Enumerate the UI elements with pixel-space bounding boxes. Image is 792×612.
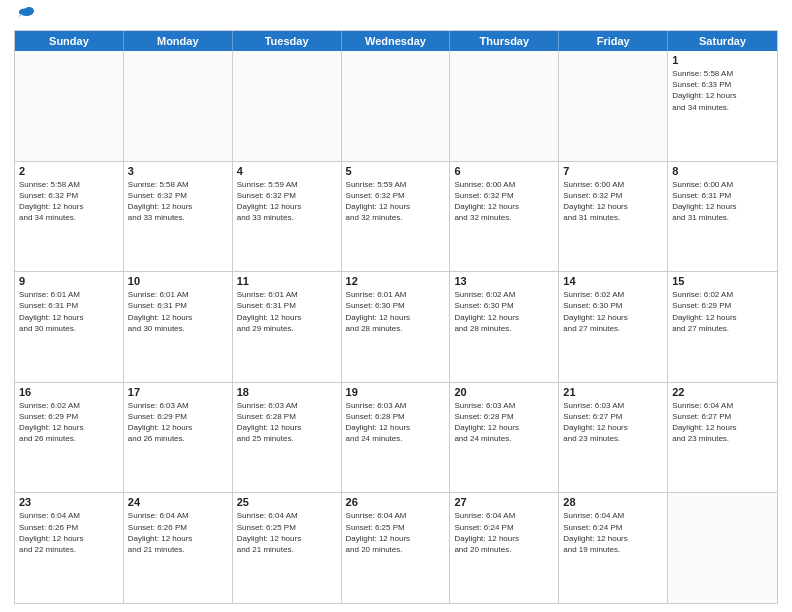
calendar-cell: 19Sunrise: 6:03 AM Sunset: 6:28 PM Dayli… <box>342 383 451 493</box>
day-number: 13 <box>454 275 554 287</box>
day-info: Sunrise: 6:04 AM Sunset: 6:25 PM Dayligh… <box>237 510 337 555</box>
header-day-wednesday: Wednesday <box>342 31 451 51</box>
day-info: Sunrise: 6:04 AM Sunset: 6:26 PM Dayligh… <box>19 510 119 555</box>
calendar-cell: 1Sunrise: 5:58 AM Sunset: 6:33 PM Daylig… <box>668 51 777 161</box>
calendar-cell: 20Sunrise: 6:03 AM Sunset: 6:28 PM Dayli… <box>450 383 559 493</box>
calendar-cell: 4Sunrise: 5:59 AM Sunset: 6:32 PM Daylig… <box>233 162 342 272</box>
calendar-header: SundayMondayTuesdayWednesdayThursdayFrid… <box>15 31 777 51</box>
day-number: 14 <box>563 275 663 287</box>
header-day-thursday: Thursday <box>450 31 559 51</box>
day-info: Sunrise: 6:03 AM Sunset: 6:29 PM Dayligh… <box>128 400 228 445</box>
logo <box>14 10 36 24</box>
day-number: 5 <box>346 165 446 177</box>
day-info: Sunrise: 5:58 AM Sunset: 6:33 PM Dayligh… <box>672 68 773 113</box>
calendar-cell: 24Sunrise: 6:04 AM Sunset: 6:26 PM Dayli… <box>124 493 233 603</box>
day-info: Sunrise: 6:01 AM Sunset: 6:30 PM Dayligh… <box>346 289 446 334</box>
day-info: Sunrise: 6:02 AM Sunset: 6:30 PM Dayligh… <box>563 289 663 334</box>
day-number: 2 <box>19 165 119 177</box>
day-info: Sunrise: 6:00 AM Sunset: 6:32 PM Dayligh… <box>563 179 663 224</box>
calendar-cell: 5Sunrise: 5:59 AM Sunset: 6:32 PM Daylig… <box>342 162 451 272</box>
day-number: 15 <box>672 275 773 287</box>
calendar-cell <box>124 51 233 161</box>
day-number: 7 <box>563 165 663 177</box>
calendar-row: 16Sunrise: 6:02 AM Sunset: 6:29 PM Dayli… <box>15 383 777 494</box>
calendar-cell <box>668 493 777 603</box>
calendar-cell: 25Sunrise: 6:04 AM Sunset: 6:25 PM Dayli… <box>233 493 342 603</box>
calendar-cell <box>233 51 342 161</box>
day-info: Sunrise: 6:01 AM Sunset: 6:31 PM Dayligh… <box>237 289 337 334</box>
calendar-cell: 8Sunrise: 6:00 AM Sunset: 6:31 PM Daylig… <box>668 162 777 272</box>
calendar-cell: 22Sunrise: 6:04 AM Sunset: 6:27 PM Dayli… <box>668 383 777 493</box>
calendar-cell: 13Sunrise: 6:02 AM Sunset: 6:30 PM Dayli… <box>450 272 559 382</box>
calendar-cell <box>559 51 668 161</box>
day-number: 6 <box>454 165 554 177</box>
day-info: Sunrise: 5:59 AM Sunset: 6:32 PM Dayligh… <box>346 179 446 224</box>
day-info: Sunrise: 6:04 AM Sunset: 6:25 PM Dayligh… <box>346 510 446 555</box>
day-number: 11 <box>237 275 337 287</box>
calendar-cell: 21Sunrise: 6:03 AM Sunset: 6:27 PM Dayli… <box>559 383 668 493</box>
calendar-cell: 26Sunrise: 6:04 AM Sunset: 6:25 PM Dayli… <box>342 493 451 603</box>
day-info: Sunrise: 6:02 AM Sunset: 6:29 PM Dayligh… <box>19 400 119 445</box>
day-number: 24 <box>128 496 228 508</box>
calendar-row: 23Sunrise: 6:04 AM Sunset: 6:26 PM Dayli… <box>15 493 777 603</box>
header-day-tuesday: Tuesday <box>233 31 342 51</box>
calendar-cell: 17Sunrise: 6:03 AM Sunset: 6:29 PM Dayli… <box>124 383 233 493</box>
day-info: Sunrise: 5:59 AM Sunset: 6:32 PM Dayligh… <box>237 179 337 224</box>
calendar-cell: 28Sunrise: 6:04 AM Sunset: 6:24 PM Dayli… <box>559 493 668 603</box>
day-info: Sunrise: 6:04 AM Sunset: 6:24 PM Dayligh… <box>454 510 554 555</box>
calendar-cell: 2Sunrise: 5:58 AM Sunset: 6:32 PM Daylig… <box>15 162 124 272</box>
day-info: Sunrise: 6:03 AM Sunset: 6:28 PM Dayligh… <box>346 400 446 445</box>
calendar-cell: 7Sunrise: 6:00 AM Sunset: 6:32 PM Daylig… <box>559 162 668 272</box>
calendar-cell: 27Sunrise: 6:04 AM Sunset: 6:24 PM Dayli… <box>450 493 559 603</box>
day-number: 18 <box>237 386 337 398</box>
day-number: 27 <box>454 496 554 508</box>
header-day-friday: Friday <box>559 31 668 51</box>
calendar-cell: 16Sunrise: 6:02 AM Sunset: 6:29 PM Dayli… <box>15 383 124 493</box>
calendar-cell: 9Sunrise: 6:01 AM Sunset: 6:31 PM Daylig… <box>15 272 124 382</box>
calendar-cell <box>342 51 451 161</box>
day-number: 23 <box>19 496 119 508</box>
day-number: 20 <box>454 386 554 398</box>
calendar-row: 2Sunrise: 5:58 AM Sunset: 6:32 PM Daylig… <box>15 162 777 273</box>
day-number: 19 <box>346 386 446 398</box>
day-number: 9 <box>19 275 119 287</box>
day-number: 21 <box>563 386 663 398</box>
header-day-monday: Monday <box>124 31 233 51</box>
day-number: 4 <box>237 165 337 177</box>
day-info: Sunrise: 6:04 AM Sunset: 6:27 PM Dayligh… <box>672 400 773 445</box>
day-info: Sunrise: 6:04 AM Sunset: 6:24 PM Dayligh… <box>563 510 663 555</box>
bird-icon <box>16 6 36 24</box>
day-info: Sunrise: 6:01 AM Sunset: 6:31 PM Dayligh… <box>128 289 228 334</box>
day-info: Sunrise: 6:00 AM Sunset: 6:32 PM Dayligh… <box>454 179 554 224</box>
calendar-cell: 14Sunrise: 6:02 AM Sunset: 6:30 PM Dayli… <box>559 272 668 382</box>
calendar-body: 1Sunrise: 5:58 AM Sunset: 6:33 PM Daylig… <box>15 51 777 603</box>
calendar-cell <box>450 51 559 161</box>
calendar-cell: 18Sunrise: 6:03 AM Sunset: 6:28 PM Dayli… <box>233 383 342 493</box>
day-number: 1 <box>672 54 773 66</box>
calendar: SundayMondayTuesdayWednesdayThursdayFrid… <box>14 30 778 604</box>
calendar-cell <box>15 51 124 161</box>
calendar-cell: 23Sunrise: 6:04 AM Sunset: 6:26 PM Dayli… <box>15 493 124 603</box>
header <box>14 10 778 24</box>
calendar-cell: 3Sunrise: 5:58 AM Sunset: 6:32 PM Daylig… <box>124 162 233 272</box>
day-number: 8 <box>672 165 773 177</box>
day-number: 10 <box>128 275 228 287</box>
day-info: Sunrise: 5:58 AM Sunset: 6:32 PM Dayligh… <box>128 179 228 224</box>
day-info: Sunrise: 6:03 AM Sunset: 6:28 PM Dayligh… <box>237 400 337 445</box>
day-number: 28 <box>563 496 663 508</box>
day-number: 12 <box>346 275 446 287</box>
day-info: Sunrise: 6:03 AM Sunset: 6:28 PM Dayligh… <box>454 400 554 445</box>
day-info: Sunrise: 6:03 AM Sunset: 6:27 PM Dayligh… <box>563 400 663 445</box>
day-info: Sunrise: 6:02 AM Sunset: 6:29 PM Dayligh… <box>672 289 773 334</box>
day-info: Sunrise: 6:01 AM Sunset: 6:31 PM Dayligh… <box>19 289 119 334</box>
calendar-cell: 10Sunrise: 6:01 AM Sunset: 6:31 PM Dayli… <box>124 272 233 382</box>
calendar-cell: 15Sunrise: 6:02 AM Sunset: 6:29 PM Dayli… <box>668 272 777 382</box>
calendar-cell: 11Sunrise: 6:01 AM Sunset: 6:31 PM Dayli… <box>233 272 342 382</box>
day-info: Sunrise: 6:02 AM Sunset: 6:30 PM Dayligh… <box>454 289 554 334</box>
page: SundayMondayTuesdayWednesdayThursdayFrid… <box>0 0 792 612</box>
day-info: Sunrise: 5:58 AM Sunset: 6:32 PM Dayligh… <box>19 179 119 224</box>
day-number: 25 <box>237 496 337 508</box>
day-number: 3 <box>128 165 228 177</box>
header-day-sunday: Sunday <box>15 31 124 51</box>
calendar-row: 1Sunrise: 5:58 AM Sunset: 6:33 PM Daylig… <box>15 51 777 162</box>
